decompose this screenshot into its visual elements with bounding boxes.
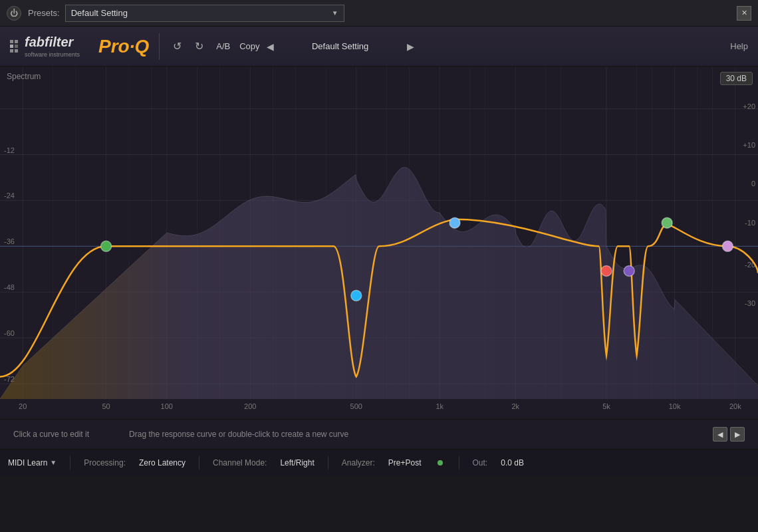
separator <box>199 456 199 469</box>
scroll-right-button[interactable]: ▶ <box>730 427 745 442</box>
analyzer-label: Analyzer: <box>342 458 375 467</box>
processing-value: Zero Latency <box>139 458 186 467</box>
help-button[interactable]: Help <box>730 41 748 51</box>
dropdown-arrow-icon: ▼ <box>332 9 338 17</box>
midi-learn-button[interactable]: MIDI Learn ▼ <box>8 458 57 467</box>
spectrum-label: Spectrum <box>7 72 41 81</box>
separator <box>328 456 328 469</box>
bottom-bar: MIDI Learn ▼ Processing: Zero Latency Ch… <box>0 449 758 475</box>
logo-area: fabfilter software instruments <box>10 35 80 58</box>
presets-label: Presets: <box>28 8 60 18</box>
product-name: Pro·Q <box>98 36 149 57</box>
midi-arrow-icon: ▼ <box>50 459 57 466</box>
title-bar: ⏻ Presets: Default Setting ▼ ✕ <box>0 0 758 27</box>
current-preset-name: Default Setting <box>281 41 400 51</box>
channel-mode-label: Channel Mode: <box>213 458 267 467</box>
hint-right: Drag the response curve or double-click … <box>129 430 348 439</box>
toolbar: ↺ ↻ A/B Copy ◀ Default Setting ▶ Help <box>170 39 748 54</box>
separator <box>459 456 459 469</box>
redo-button[interactable]: ↻ <box>191 39 207 54</box>
next-preset-button[interactable]: ▶ <box>407 41 414 52</box>
header-divider <box>159 33 160 60</box>
scroll-left-button[interactable]: ◀ <box>713 427 727 442</box>
power-button[interactable]: ⏻ <box>7 6 21 21</box>
prev-preset-button[interactable]: ◀ <box>267 41 274 52</box>
undo-button[interactable]: ↺ <box>170 39 185 54</box>
status-bar: Click a curve to edit it Drag the respon… <box>0 419 758 449</box>
eq-display[interactable]: Spectrum 30 dB <box>0 66 758 419</box>
copy-button[interactable]: Copy <box>239 41 259 51</box>
preset-dropdown[interactable]: Default Setting ▼ <box>65 5 344 22</box>
scroll-buttons: ◀ ▶ <box>713 427 745 442</box>
close-button[interactable]: ✕ <box>737 6 751 21</box>
out-label: Out: <box>473 458 488 467</box>
brand-text: fabfilter software instruments <box>25 35 80 58</box>
plugin-header: fabfilter software instruments Pro·Q ↺ ↻… <box>0 27 758 66</box>
analyzer-value: Pre+Post <box>388 458 422 467</box>
out-value: 0.0 dB <box>501 458 524 467</box>
hint-left: Click a curve to edit it <box>13 430 89 439</box>
separator <box>70 456 70 469</box>
channel-mode-value: Left/Right <box>280 458 314 467</box>
processing-label: Processing: <box>84 458 126 467</box>
logo-grid-icon <box>10 40 18 53</box>
eq-canvas[interactable] <box>0 66 758 419</box>
ab-button[interactable]: A/B <box>213 40 233 53</box>
analyzer-status-dot <box>438 460 443 466</box>
db-range-button[interactable]: 30 dB <box>720 72 753 85</box>
